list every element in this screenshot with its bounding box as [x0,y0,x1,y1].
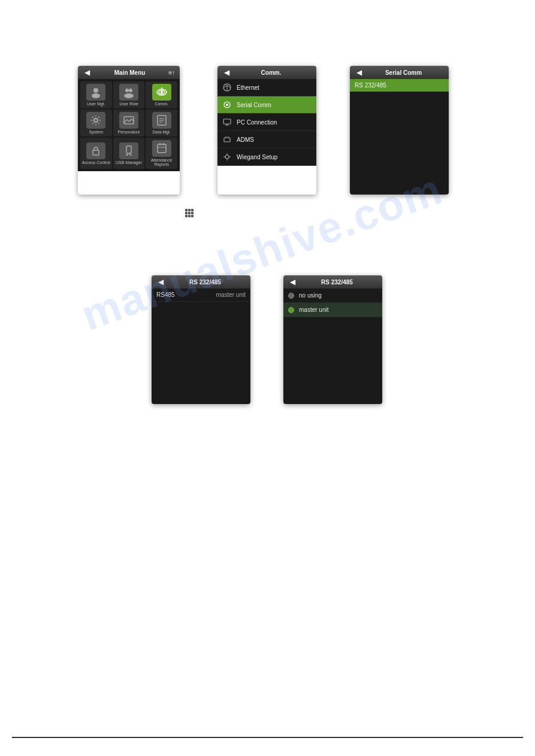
rs485-left-item-label: RS485 [156,292,216,298]
bottom-border [12,737,523,738]
svg-point-2 [125,89,129,92]
svg-point-1 [92,93,100,98]
menu-item-attendance[interactable]: Attendance Reports [146,138,177,169]
main-menu-title: Main Menu [91,69,168,76]
rs485-right-title: RS 232/485 [297,279,377,286]
svg-rect-15 [93,150,99,155]
serial-label: Serial Comm [237,102,271,108]
comm-item-pc[interactable]: PC Connection [217,114,316,131]
attendance-icon [152,140,171,157]
system-label: System [89,130,103,134]
rs485-right-screen: ◀ RS 232/485 no using master unit [283,275,382,404]
serial-back-arrow[interactable]: ◀ [355,68,363,77]
main-menu-header: ◀ Main Menu ≡↑ [78,66,180,79]
grid-icon [185,208,194,218]
user-role-icon [119,84,138,101]
adms-label: ADMS [237,136,254,143]
data-mgt-icon [152,112,171,129]
svg-point-7 [161,91,163,93]
svg-point-31 [225,155,229,159]
serial-icon [222,100,232,110]
comm-label: Comm. [155,102,168,106]
comm-screen: ◀ Comm. Ethernet Serial Comm [217,66,316,195]
user-mgt-icon [86,84,105,101]
personalize-label: Personalize [118,130,140,134]
rs485-right-body: no using master unit [283,289,382,404]
comm-list: Ethernet Serial Comm PC Connection [217,79,316,166]
svg-rect-16 [126,146,131,153]
menu-item-user-role[interactable]: User Role [113,81,145,108]
rs485-left-item-value: master unit [216,292,246,298]
page-container: manualshive.com ◀ Main Menu ≡↑ User Mgt.… [0,0,535,756]
serial-comm-screen: ◀ Serial Comm RS 232/485 [350,66,449,195]
comm-icon [152,84,171,101]
svg-rect-37 [188,209,191,211]
menu-item-comm[interactable]: Comm. [146,81,177,108]
wiegand-icon [222,152,232,162]
menu-item-data-mgt[interactable]: Data Mgt. [146,110,177,136]
menu-item-usb-manager[interactable]: USB Manager [113,138,145,169]
svg-point-0 [93,88,98,93]
menu-item-user-mgt[interactable]: User Mgt. [80,81,112,108]
usb-icon [119,142,138,159]
no-using-radio [288,293,294,299]
rs485-option-master-unit[interactable]: master unit [283,303,382,317]
usb-manager-label: USB Manager [116,160,142,165]
comm-item-wiegand[interactable]: Wiegand Setup [217,148,316,166]
svg-point-3 [129,89,132,92]
main-menu-screen: ◀ Main Menu ≡↑ User Mgt. User Role [78,66,180,195]
menu-item-system[interactable]: System [80,110,112,136]
svg-rect-42 [185,215,188,217]
back-arrow-icon[interactable]: ◀ [83,68,91,77]
comm-item-serial[interactable]: Serial Comm [217,96,316,114]
svg-point-9 [94,119,98,122]
svg-point-4 [124,93,134,98]
pc-icon [222,117,232,127]
svg-rect-28 [224,138,230,142]
rs485-left-back-arrow[interactable]: ◀ [156,278,165,286]
master-unit-label: master unit [299,306,328,313]
attendance-label: Attendance Reports [147,158,176,166]
data-mgt-label: Data Mgt. [152,130,170,134]
rs485-left-item[interactable]: RS485 master unit [152,289,250,302]
system-icon [86,112,105,129]
comm-title: Comm. [231,69,312,76]
svg-point-24 [226,104,228,106]
rs485-option-no-using[interactable]: no using [283,289,382,303]
rs485-left-body: RS485 master unit [152,289,250,404]
menu-icon[interactable]: ≡↑ [168,69,175,76]
menu-item-access-control[interactable]: Access Control [80,138,112,169]
rs485-left-header: ◀ RS 232/485 [152,275,250,289]
rs485-left-title: RS 232/485 [165,279,246,286]
rs485-right-back-arrow[interactable]: ◀ [288,278,297,286]
pc-label: PC Connection [237,119,277,126]
menu-item-personalize[interactable]: Personalize [113,110,145,136]
comm-item-adms[interactable]: ADMS [217,131,316,148]
serial-comm-header: ◀ Serial Comm [350,66,449,79]
master-unit-radio [288,307,294,313]
wiegand-label: Wiegand Setup [237,154,277,160]
svg-rect-44 [191,215,194,217]
svg-rect-17 [158,144,166,153]
user-mgt-label: User Mgt. [87,102,105,106]
grid-icon-container [185,208,194,220]
svg-rect-41 [191,212,194,214]
comm-back-arrow[interactable]: ◀ [222,68,231,77]
user-role-label: User Role [119,102,138,106]
rs485-right-header: ◀ RS 232/485 [283,275,382,289]
ethernet-icon [222,83,232,92]
svg-rect-40 [188,212,191,214]
serial-comm-title: Serial Comm [363,69,444,76]
personalize-icon [119,112,138,129]
ethernet-label: Ethernet [237,84,259,91]
main-menu-grid: User Mgt. User Role Comm. [78,79,180,171]
comm-header: ◀ Comm. [217,66,316,79]
comm-item-ethernet[interactable]: Ethernet [217,79,316,96]
svg-rect-36 [185,209,188,211]
adms-icon [222,135,232,144]
serial-comm-item-rs485[interactable]: RS 232/485 [350,79,449,92]
svg-rect-43 [188,215,191,217]
svg-rect-25 [223,119,231,124]
svg-rect-39 [185,212,188,214]
rs485-left-screen: ◀ RS 232/485 RS485 master unit [152,275,250,404]
